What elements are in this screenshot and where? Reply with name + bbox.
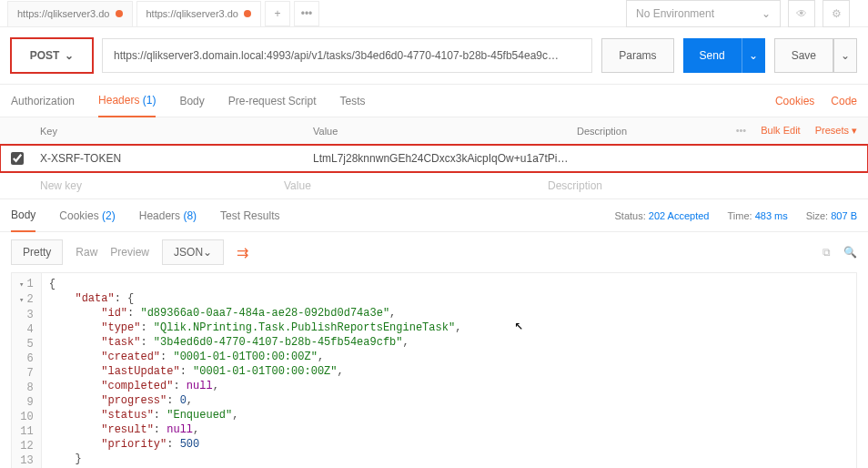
- tab-options-button[interactable]: •••: [294, 1, 319, 26]
- tab-request-2[interactable]: https://qlikserver3.do: [136, 1, 262, 26]
- bulk-edit-link[interactable]: Bulk Edit: [761, 125, 800, 137]
- search-icon[interactable]: 🔍: [843, 246, 857, 259]
- send-dropdown-button[interactable]: ⌄: [742, 38, 765, 73]
- resp-tab-tests[interactable]: Test Results: [220, 200, 279, 231]
- send-button[interactable]: Send: [683, 38, 742, 73]
- tab-request-1[interactable]: https://qlikserver3.do: [7, 1, 133, 26]
- request-row: POST⌄ Params Send ⌄ Save ⌄: [0, 27, 868, 85]
- code-link[interactable]: Code: [831, 95, 857, 107]
- view-pretty-button[interactable]: Pretty: [11, 239, 63, 265]
- chevron-down-icon: ⌄: [65, 49, 74, 62]
- header-row[interactable]: X-XSRF-TOKEN LtmL7j28knnwnGEh24CDxcx3kAi…: [0, 145, 868, 172]
- more-options-icon[interactable]: •••: [736, 125, 747, 137]
- format-select[interactable]: JSON ⌄: [162, 239, 224, 265]
- status-label: Status: 202 Accepted: [615, 210, 710, 221]
- resp-tab-cookies[interactable]: Cookies (2): [59, 200, 115, 231]
- header-checkbox[interactable]: [11, 152, 24, 165]
- tab-body[interactable]: Body: [179, 86, 204, 117]
- header-row-new[interactable]: New key Value Description: [0, 172, 868, 199]
- resp-tab-headers[interactable]: Headers (8): [139, 200, 197, 231]
- unsaved-dot-icon: [116, 10, 123, 17]
- copy-icon[interactable]: ⧉: [823, 246, 831, 259]
- method-select[interactable]: POST⌄: [11, 38, 93, 73]
- settings-icon[interactable]: ⚙: [823, 0, 850, 27]
- unsaved-dot-icon: [244, 10, 251, 17]
- tab-prerequest[interactable]: Pre-request Script: [228, 86, 317, 117]
- view-preview-button[interactable]: Preview: [110, 246, 149, 259]
- save-button[interactable]: Save: [774, 38, 833, 73]
- cookies-link[interactable]: Cookies: [775, 95, 814, 107]
- chevron-down-icon: ⌄: [762, 7, 771, 20]
- tab-headers[interactable]: Headers (1): [98, 85, 156, 117]
- quick-look-icon[interactable]: 👁: [788, 0, 815, 27]
- resp-tab-body[interactable]: Body: [11, 199, 35, 232]
- wrap-lines-icon[interactable]: ⇉: [237, 244, 248, 261]
- size-label: Size: 807 B: [806, 210, 857, 221]
- environment-select[interactable]: No Environment⌄: [626, 0, 781, 27]
- cursor-icon: ↖: [515, 319, 524, 333]
- save-dropdown-button[interactable]: ⌄: [833, 38, 857, 73]
- tab-tests[interactable]: Tests: [339, 86, 365, 117]
- tab-auth[interactable]: Authorization: [11, 86, 75, 117]
- header-value[interactable]: LtmL7j28knnwnGEh24CDxcx3kAicpIqOw+u1a7tP…: [313, 152, 577, 165]
- view-raw-button[interactable]: Raw: [76, 246, 97, 259]
- header-key[interactable]: X-XSRF-TOKEN: [40, 152, 313, 165]
- new-tab-button[interactable]: +: [265, 1, 290, 26]
- response-body: ▾1▾234567891011121314 { "data": { "id": …: [11, 272, 857, 468]
- params-button[interactable]: Params: [601, 38, 673, 73]
- time-label: Time: 483 ms: [727, 210, 787, 221]
- url-input[interactable]: [102, 38, 592, 73]
- chevron-down-icon: ⌄: [203, 246, 212, 259]
- presets-dropdown[interactable]: Presets ▾: [815, 125, 857, 137]
- headers-table-head: Key Value Description ••• Bulk Edit Pres…: [0, 117, 868, 145]
